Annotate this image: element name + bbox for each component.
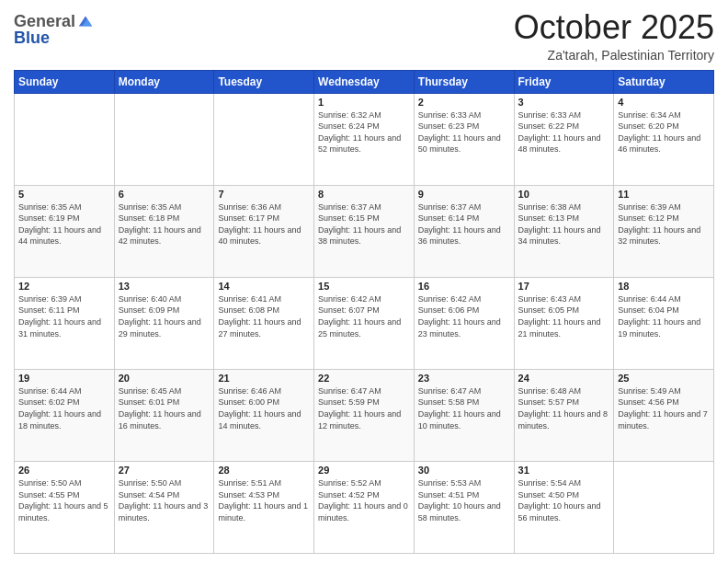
day-info: Sunrise: 6:47 AM Sunset: 5:59 PM Dayligh… [318, 385, 410, 431]
logo-general: General [14, 13, 75, 29]
calendar-cell [114, 93, 214, 185]
calendar-cell: 6Sunrise: 6:35 AM Sunset: 6:18 PM Daylig… [114, 185, 214, 277]
day-info: Sunrise: 6:34 AM Sunset: 6:20 PM Dayligh… [618, 109, 710, 155]
calendar-day-header: Thursday [414, 70, 514, 93]
calendar-week-row: 19Sunrise: 6:44 AM Sunset: 6:02 PM Dayli… [15, 369, 714, 461]
day-info: Sunrise: 5:52 AM Sunset: 4:52 PM Dayligh… [318, 477, 410, 523]
day-number: 13 [119, 281, 210, 292]
day-number: 1 [318, 97, 410, 108]
day-info: Sunrise: 6:38 AM Sunset: 6:13 PM Dayligh… [518, 201, 610, 247]
calendar-day-header: Wednesday [314, 70, 415, 93]
day-number: 24 [518, 373, 610, 384]
calendar-cell [614, 461, 714, 553]
logo: General Blue [14, 13, 94, 47]
calendar-cell: 19Sunrise: 6:44 AM Sunset: 6:02 PM Dayli… [15, 369, 115, 461]
day-number: 10 [518, 189, 610, 200]
day-info: Sunrise: 6:46 AM Sunset: 6:00 PM Dayligh… [218, 385, 310, 431]
day-number: 29 [318, 465, 410, 476]
calendar-cell: 18Sunrise: 6:44 AM Sunset: 6:04 PM Dayli… [614, 277, 714, 369]
day-number: 8 [318, 189, 410, 200]
day-number: 11 [618, 189, 710, 200]
calendar-cell: 2Sunrise: 6:33 AM Sunset: 6:23 PM Daylig… [414, 93, 514, 185]
calendar-cell: 24Sunrise: 6:48 AM Sunset: 5:57 PM Dayli… [514, 369, 614, 461]
day-info: Sunrise: 6:32 AM Sunset: 6:24 PM Dayligh… [318, 109, 410, 155]
day-number: 20 [119, 373, 210, 384]
day-info: Sunrise: 6:44 AM Sunset: 6:04 PM Dayligh… [618, 293, 710, 339]
page: General Blue October 2025 Za'tarah, Pale… [0, 0, 728, 563]
calendar-cell: 7Sunrise: 6:36 AM Sunset: 6:17 PM Daylig… [214, 185, 314, 277]
calendar-week-row: 5Sunrise: 6:35 AM Sunset: 6:19 PM Daylig… [15, 185, 714, 277]
day-number: 5 [18, 189, 110, 200]
day-number: 4 [618, 97, 710, 108]
header: General Blue October 2025 Za'tarah, Pale… [14, 9, 714, 63]
calendar-day-header: Saturday [614, 70, 714, 93]
calendar-cell: 13Sunrise: 6:40 AM Sunset: 6:09 PM Dayli… [114, 277, 214, 369]
calendar-week-row: 26Sunrise: 5:50 AM Sunset: 4:55 PM Dayli… [15, 461, 714, 553]
calendar-cell: 30Sunrise: 5:53 AM Sunset: 4:51 PM Dayli… [414, 461, 514, 553]
day-info: Sunrise: 6:47 AM Sunset: 5:58 PM Dayligh… [418, 385, 510, 431]
day-number: 27 [119, 465, 210, 476]
calendar-cell: 4Sunrise: 6:34 AM Sunset: 6:20 PM Daylig… [614, 93, 714, 185]
day-info: Sunrise: 5:50 AM Sunset: 4:54 PM Dayligh… [119, 477, 210, 523]
day-info: Sunrise: 6:35 AM Sunset: 6:19 PM Dayligh… [18, 201, 110, 247]
day-info: Sunrise: 6:33 AM Sunset: 6:23 PM Dayligh… [418, 109, 510, 155]
day-number: 7 [218, 189, 310, 200]
day-number: 14 [218, 281, 310, 292]
calendar-cell: 29Sunrise: 5:52 AM Sunset: 4:52 PM Dayli… [314, 461, 415, 553]
calendar-cell: 27Sunrise: 5:50 AM Sunset: 4:54 PM Dayli… [114, 461, 214, 553]
day-info: Sunrise: 6:41 AM Sunset: 6:08 PM Dayligh… [218, 293, 310, 339]
day-info: Sunrise: 6:42 AM Sunset: 6:06 PM Dayligh… [418, 293, 510, 339]
title-block: October 2025 Za'tarah, Palestinian Terri… [514, 9, 714, 63]
logo-icon [77, 13, 94, 29]
calendar-cell: 21Sunrise: 6:46 AM Sunset: 6:00 PM Dayli… [214, 369, 314, 461]
day-info: Sunrise: 6:33 AM Sunset: 6:22 PM Dayligh… [518, 109, 610, 155]
calendar-cell: 15Sunrise: 6:42 AM Sunset: 6:07 PM Dayli… [314, 277, 415, 369]
day-info: Sunrise: 6:42 AM Sunset: 6:07 PM Dayligh… [318, 293, 410, 339]
calendar-day-header: Friday [514, 70, 614, 93]
calendar-week-row: 1Sunrise: 6:32 AM Sunset: 6:24 PM Daylig… [15, 93, 714, 185]
day-info: Sunrise: 6:39 AM Sunset: 6:11 PM Dayligh… [18, 293, 110, 339]
day-info: Sunrise: 6:48 AM Sunset: 5:57 PM Dayligh… [518, 385, 610, 431]
day-number: 22 [318, 373, 410, 384]
logo-blue: Blue [14, 29, 50, 47]
calendar-cell: 14Sunrise: 6:41 AM Sunset: 6:08 PM Dayli… [214, 277, 314, 369]
day-info: Sunrise: 5:49 AM Sunset: 4:56 PM Dayligh… [618, 385, 710, 431]
day-number: 30 [418, 465, 510, 476]
day-number: 21 [218, 373, 310, 384]
calendar-cell: 31Sunrise: 5:54 AM Sunset: 4:50 PM Dayli… [514, 461, 614, 553]
day-number: 16 [418, 281, 510, 292]
day-number: 18 [618, 281, 710, 292]
calendar-cell: 26Sunrise: 5:50 AM Sunset: 4:55 PM Dayli… [15, 461, 115, 553]
calendar-cell: 5Sunrise: 6:35 AM Sunset: 6:19 PM Daylig… [15, 185, 115, 277]
calendar-cell: 22Sunrise: 6:47 AM Sunset: 5:59 PM Dayli… [314, 369, 415, 461]
calendar-cell: 1Sunrise: 6:32 AM Sunset: 6:24 PM Daylig… [314, 93, 415, 185]
calendar-cell: 3Sunrise: 6:33 AM Sunset: 6:22 PM Daylig… [514, 93, 614, 185]
calendar-cell [214, 93, 314, 185]
calendar-cell: 12Sunrise: 6:39 AM Sunset: 6:11 PM Dayli… [15, 277, 115, 369]
day-info: Sunrise: 5:51 AM Sunset: 4:53 PM Dayligh… [218, 477, 310, 523]
day-info: Sunrise: 5:53 AM Sunset: 4:51 PM Dayligh… [418, 477, 510, 523]
calendar-day-header: Sunday [15, 70, 115, 93]
day-info: Sunrise: 6:45 AM Sunset: 6:01 PM Dayligh… [119, 385, 210, 431]
calendar-cell: 23Sunrise: 6:47 AM Sunset: 5:58 PM Dayli… [414, 369, 514, 461]
calendar-cell: 8Sunrise: 6:37 AM Sunset: 6:15 PM Daylig… [314, 185, 415, 277]
day-number: 12 [18, 281, 110, 292]
day-number: 2 [418, 97, 510, 108]
calendar-cell: 10Sunrise: 6:38 AM Sunset: 6:13 PM Dayli… [514, 185, 614, 277]
day-number: 17 [518, 281, 610, 292]
day-number: 6 [119, 189, 210, 200]
month-title: October 2025 [514, 9, 714, 46]
calendar-cell: 20Sunrise: 6:45 AM Sunset: 6:01 PM Dayli… [114, 369, 214, 461]
calendar-day-header: Monday [114, 70, 214, 93]
day-info: Sunrise: 6:39 AM Sunset: 6:12 PM Dayligh… [618, 201, 710, 247]
location-title: Za'tarah, Palestinian Territory [514, 48, 714, 63]
calendar-cell: 9Sunrise: 6:37 AM Sunset: 6:14 PM Daylig… [414, 185, 514, 277]
day-info: Sunrise: 6:35 AM Sunset: 6:18 PM Dayligh… [119, 201, 210, 247]
day-number: 28 [218, 465, 310, 476]
calendar-cell: 11Sunrise: 6:39 AM Sunset: 6:12 PM Dayli… [614, 185, 714, 277]
day-number: 9 [418, 189, 510, 200]
day-info: Sunrise: 5:54 AM Sunset: 4:50 PM Dayligh… [518, 477, 610, 523]
day-info: Sunrise: 6:36 AM Sunset: 6:17 PM Dayligh… [218, 201, 310, 247]
day-info: Sunrise: 6:44 AM Sunset: 6:02 PM Dayligh… [18, 385, 110, 431]
day-info: Sunrise: 6:37 AM Sunset: 6:15 PM Dayligh… [318, 201, 410, 247]
